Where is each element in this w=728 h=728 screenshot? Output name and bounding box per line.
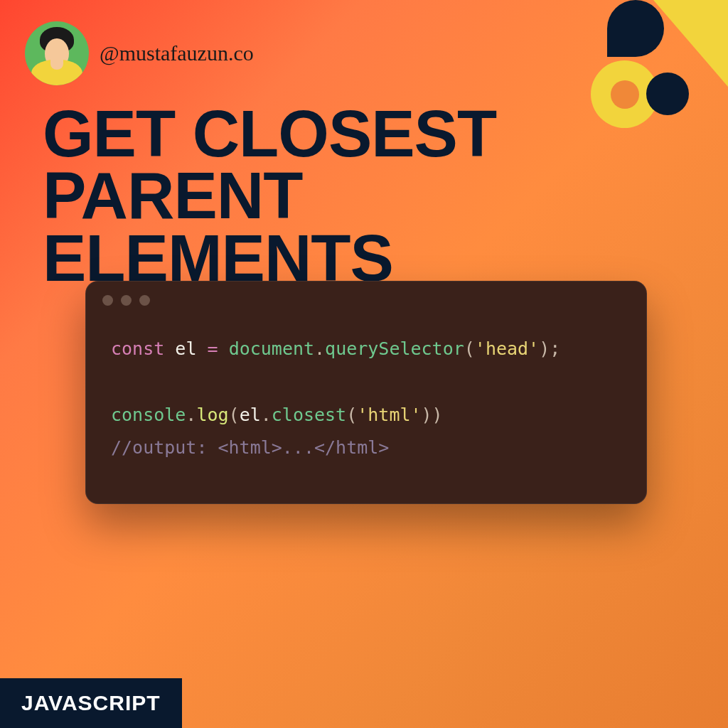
token-semi: ; <box>550 338 560 359</box>
token-paren: )) <box>422 405 443 425</box>
token-obj: document <box>229 338 314 359</box>
window-dot-minimize <box>121 295 132 306</box>
window-dot-maximize <box>139 295 150 306</box>
footer-label: JAVASCRIPT <box>21 691 161 714</box>
window-dot-close <box>102 295 113 306</box>
page-root: @mustafauzun.co GET CLOSEST PARENT ELEME… <box>0 0 728 728</box>
footer-tag: JAVASCRIPT <box>0 678 182 728</box>
code-line-2: console.log(el.closest('html')) <box>111 399 621 432</box>
token-paren: ) <box>539 338 550 359</box>
token-var: el <box>240 405 261 425</box>
token-dot: . <box>261 405 272 425</box>
window-chrome <box>85 281 647 311</box>
avatar-neck <box>50 58 63 70</box>
token-paren: ( <box>346 405 357 425</box>
token-dot: . <box>186 405 196 425</box>
page-title: GET CLOSEST PARENT ELEMENTS <box>43 103 728 289</box>
code-blank-line <box>111 365 621 398</box>
token-string: 'head' <box>475 338 539 359</box>
token-comment: //output: <html>...</html> <box>111 437 389 458</box>
token-method: querySelector <box>325 338 464 359</box>
code-body: const el = document.querySelector('head'… <box>85 311 647 504</box>
author-header: @mustafauzun.co <box>25 21 254 85</box>
token-keyword: const <box>111 338 164 359</box>
blob-shape <box>607 0 664 57</box>
token-var: el <box>175 338 196 359</box>
token-method: log <box>196 405 228 425</box>
title-line-1: GET CLOSEST PARENT <box>43 97 496 232</box>
code-line-1: const el = document.querySelector('head'… <box>111 333 621 365</box>
token-op: = <box>208 338 218 359</box>
author-handle: @mustafauzun.co <box>100 41 254 65</box>
avatar <box>25 21 89 85</box>
token-string: 'html' <box>357 405 421 425</box>
dot-shape <box>646 73 689 115</box>
token-method: closest <box>272 405 346 425</box>
code-window: const el = document.querySelector('head'… <box>85 281 647 504</box>
code-line-3: //output: <html>...</html> <box>111 432 621 464</box>
token-paren: ( <box>464 338 475 359</box>
token-paren: ( <box>229 405 240 425</box>
token-dot: . <box>314 338 325 359</box>
token-obj: console <box>111 405 186 425</box>
